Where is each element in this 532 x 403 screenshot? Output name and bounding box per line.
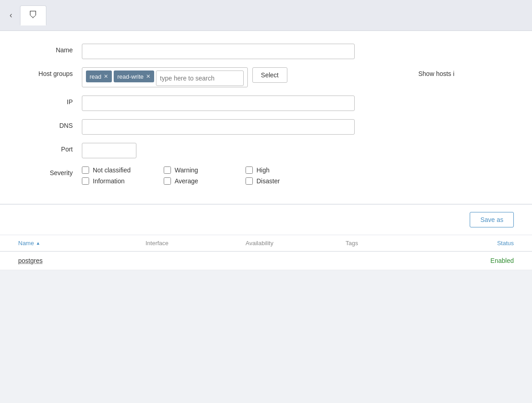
- severity-label-information[interactable]: Information: [93, 177, 125, 185]
- col-header-status[interactable]: Status: [446, 240, 514, 247]
- ip-input[interactable]: [82, 96, 355, 111]
- port-control: [82, 143, 355, 158]
- severity-checkbox-warning[interactable]: [164, 166, 171, 174]
- severity-row: Severity Not classifiedWarningHighInform…: [18, 166, 514, 185]
- dns-input[interactable]: [82, 119, 355, 135]
- severity-grid: Not classifiedWarningHighInformationAver…: [82, 166, 355, 185]
- col-header-interface: Interface: [146, 240, 246, 247]
- col-header-tags: Tags: [346, 240, 446, 247]
- show-hosts-label: Show hosts i: [409, 67, 454, 77]
- filter-panel: Name Host groups read✕read-write✕ Select…: [0, 31, 532, 205]
- table-row: postgresEnabled: [0, 252, 532, 270]
- cell-availability: [246, 257, 346, 264]
- filter-icon: ⛉: [29, 10, 38, 20]
- name-control: [82, 44, 355, 59]
- severity-label: Severity: [18, 166, 82, 176]
- name-row: Name: [18, 44, 514, 59]
- host-group-tag-read: read✕: [86, 71, 112, 82]
- port-label: Port: [18, 143, 82, 153]
- severity-label-warning[interactable]: Warning: [175, 166, 198, 174]
- severity-item-disaster: Disaster: [246, 177, 318, 185]
- name-input[interactable]: [82, 44, 355, 59]
- cell-tags: [346, 257, 446, 264]
- name-label: Name: [18, 44, 82, 54]
- table-section: Name ▲InterfaceAvailabilityTagsStatus po…: [0, 235, 532, 270]
- tag-label: read: [90, 73, 101, 80]
- dns-control: [82, 119, 355, 135]
- severity-item-information: Information: [82, 177, 164, 185]
- ip-label: IP: [18, 96, 82, 106]
- tag-label: read-write: [117, 73, 144, 80]
- back-icon: ‹: [10, 10, 12, 20]
- host-groups-container[interactable]: read✕read-write✕: [82, 67, 248, 87]
- ip-row: IP: [18, 96, 514, 111]
- severity-item-average: Average: [164, 177, 246, 185]
- severity-item-high: High: [246, 166, 318, 174]
- severity-checkbox-disaster[interactable]: [246, 177, 253, 185]
- dns-row: DNS: [18, 119, 514, 135]
- table-header: Name ▲InterfaceAvailabilityTagsStatus: [0, 235, 532, 252]
- host-groups-area: read✕read-write✕ Select: [82, 67, 409, 87]
- save-as-button[interactable]: Save as: [470, 212, 514, 227]
- col-header-availability: Availability: [246, 240, 346, 247]
- cell-interface: [146, 257, 246, 264]
- severity-checkbox-average[interactable]: [164, 177, 171, 185]
- severity-label-not-classified[interactable]: Not classified: [93, 166, 130, 174]
- severity-item-warning: Warning: [164, 166, 246, 174]
- cell-status: Enabled: [446, 257, 514, 264]
- severity-label-high[interactable]: High: [256, 166, 270, 174]
- dns-label: DNS: [18, 119, 82, 129]
- back-button[interactable]: ‹: [4, 8, 18, 23]
- host-groups-label: Host groups: [18, 67, 82, 77]
- port-row: Port: [18, 143, 514, 158]
- severity-item-not-classified: Not classified: [82, 166, 164, 174]
- severity-checkbox-not-classified[interactable]: [82, 166, 89, 174]
- col-header-name[interactable]: Name ▲: [18, 240, 146, 247]
- remove-tag-read-write[interactable]: ✕: [146, 73, 151, 80]
- severity-checkbox-high[interactable]: [246, 166, 253, 174]
- severity-control: Not classifiedWarningHighInformationAver…: [82, 166, 355, 185]
- action-bar: Save as: [0, 205, 532, 235]
- cell-name[interactable]: postgres: [18, 257, 146, 264]
- severity-label-average[interactable]: Average: [175, 177, 198, 185]
- remove-tag-read[interactable]: ✕: [104, 73, 108, 80]
- host-groups-row: Host groups read✕read-write✕ Select Show…: [18, 67, 514, 87]
- table-body: postgresEnabled: [0, 252, 532, 270]
- host-group-tag-read-write: read-write✕: [114, 71, 154, 82]
- top-bar: ‹ ⛉: [0, 0, 532, 31]
- ip-control: [82, 96, 355, 111]
- host-groups-search-input[interactable]: [156, 71, 244, 86]
- filter-tab[interactable]: ⛉: [20, 5, 46, 25]
- port-input[interactable]: [82, 143, 136, 158]
- severity-checkbox-information[interactable]: [82, 177, 89, 185]
- select-button[interactable]: Select: [252, 67, 287, 83]
- sort-arrow-name: ▲: [36, 241, 40, 246]
- severity-label-disaster[interactable]: Disaster: [256, 177, 280, 185]
